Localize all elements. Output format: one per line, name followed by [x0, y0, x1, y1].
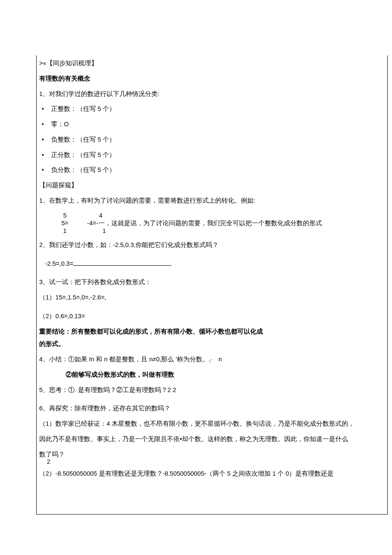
bullet-negative-int: 负整数：（任写 5 个） [39, 135, 385, 145]
conclusion-line2: 的形式。 [39, 340, 385, 349]
paragraph-6-1: （1）数学家已经获证：4 木星整数，也不昂有限小数，更不星循环小数。换句话说，乃… [39, 419, 385, 429]
frac1-den: 1 [61, 227, 69, 235]
paragraph-3-1: （1）15=,1.5=,0=,-2.6=, [39, 293, 385, 302]
paragraph-6: 6、再探究：除有理数外，还存在其它的数吗？ [39, 404, 385, 413]
frac2-den: 1 [87, 227, 383, 235]
paragraph-4-sub: ②能够写成分数形式的数，叫做有理数 [39, 370, 385, 380]
paragraph-5: 5、思考：①. 是有理数吗？②工是有理数吗？2 2 [39, 386, 385, 395]
paragraph-3: 3、试一试：把下列各数化成分数形式： [39, 278, 385, 287]
explore-title: 【问题探窥】 [39, 181, 385, 190]
conclusion-line1: 重要结论：所有整数都可以化成的形式，所有有限小数、循环小数也都可以化成 [39, 327, 385, 337]
paragraph-4: 4、小结：①如果 In 和 n 都是整数，且 n≠0,那么 ′称为分数。,· n [39, 355, 385, 364]
paragraph-6-1c: 数了吗？ [39, 450, 385, 459]
paragraph-6-1b: 因此乃不是有理数。事实上，乃是一个无限且不依•却个数。这样的数，称之为无理数。因… [39, 435, 385, 444]
bullet-positive-frac: 正分数：（任写 5 个） [39, 151, 385, 160]
bullet-negative-frac: 负分数：（任写 5 个） [39, 166, 385, 175]
frac2-num: 4 [87, 212, 383, 219]
bullet-zero: 零：O [39, 120, 385, 129]
paragraph-6-1c-sub: 2 [39, 458, 385, 465]
paragraph-2: 2、我们还学过小数，如：-2.5,0.3,你能把它们化成分数形式吗？ [39, 241, 385, 250]
paragraph-6-2: （2）-8.5050050005 是有理数还是无理数？-8.5050050005… [39, 469, 385, 479]
paragraph-4-text: 4、小结：①如果 In 和 n 都是整数，且 n≠0,那么 ′称为分数。,· n [39, 356, 222, 363]
paragraph-3-2: （2）0.6=,0.13= [39, 312, 385, 321]
fill-prefix: -2.5=,0.3= [45, 260, 73, 267]
page-content: >«【同步知识梳理】 有理数的有关概念 1、对我们学过的数进行以下几种情况分类:… [36, 55, 388, 514]
item1-intro: 1、对我们学过的数进行以下几种情况分类: [39, 90, 385, 99]
frac2-eq: -4=-一，这就是说，为了讨论问题的需要，我们完全可以把一个整数化成分数的形式 [87, 219, 383, 227]
fill-blank-underline [73, 259, 171, 266]
topic-title: 有理数的有关概念 [39, 74, 385, 84]
bullet-positive-int: 正整数：（任写 5 个） [39, 105, 385, 114]
paragraph-1: 1、在数学上，有时为了讨论问题的需要，需要将数进行形式上的转化。例如: [39, 196, 385, 206]
fraction-example-row: 5 5= 1 4 -4=-一，这就是说，为了讨论问题的需要，我们完全可以把一个整… [39, 212, 385, 235]
section-title: >«【同步知识梳理】 [39, 59, 385, 68]
frac1-eq: 5= [61, 220, 69, 227]
frac1-num: 5 [61, 212, 69, 219]
paragraph-2-fill: -2.5=,0.3= [39, 259, 385, 269]
